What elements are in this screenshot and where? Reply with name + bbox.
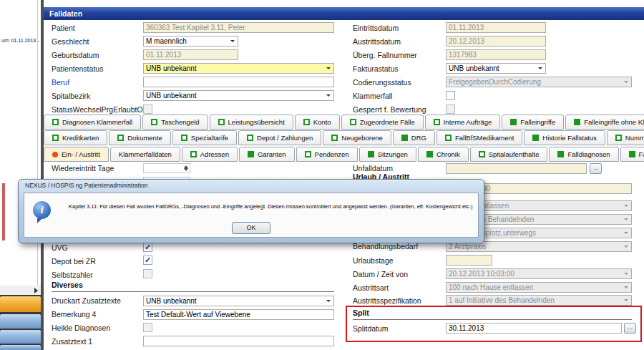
uvg-checkbox[interactable] xyxy=(143,243,152,252)
gesperrt-checkbox xyxy=(446,104,455,114)
heikle-label: Heikle Diagnosen xyxy=(52,324,110,332)
fallnummer-field: 1317983 xyxy=(446,49,546,60)
urlaubstage-field xyxy=(446,255,492,266)
tab-chronik[interactable]: Chronik xyxy=(418,147,469,162)
patientenstatus-label: Patientenstatus xyxy=(52,64,103,73)
tab-label: Spitalaufenthalte xyxy=(489,150,540,158)
tab-drg[interactable]: DRG xyxy=(393,130,435,145)
tab-label: Pendenzen xyxy=(315,150,349,158)
tab-interne-auftr-ge[interactable]: Interne Aufträge xyxy=(425,115,501,130)
spin-down-icon[interactable] xyxy=(184,168,188,171)
square-outline-icon xyxy=(303,119,310,125)
tab-label: Leistungsübersicht xyxy=(228,118,285,126)
austrittsspezifikation-dropdown: 1 auf Initiative des Behandelnden xyxy=(446,295,632,306)
tab-sitzungen[interactable]: Sitzungen xyxy=(359,147,416,162)
zusatztext1-field[interactable] xyxy=(143,336,334,346)
tab-falldiagnosen[interactable]: Falldiagnosen xyxy=(549,147,618,162)
square-outline-icon xyxy=(151,119,157,125)
tab-label: NummerExternesSys xyxy=(625,134,644,142)
square-outline-icon xyxy=(52,119,59,125)
wiedereintritt-spinner[interactable] xyxy=(143,163,190,173)
info-icon-tail xyxy=(37,218,42,223)
druckart-label: Druckart Zusatztexte xyxy=(52,296,121,305)
square-outline-icon xyxy=(445,135,452,141)
zusatztext1-label: Zusatztext 1 xyxy=(52,337,92,346)
tab-label: Taschengeld xyxy=(161,118,199,126)
square-outline-icon xyxy=(190,151,197,157)
square-outline-icon xyxy=(218,119,225,125)
tab-row-1: Diagnosen KlammerfallTaschengeldLeistung… xyxy=(44,114,644,130)
splitdatum-field[interactable]: 30.11.2013 xyxy=(446,323,622,334)
tab-row-3: Ein- / AustrittKlammerfalldatenAdressenG… xyxy=(44,145,644,162)
backdrop-red-bar xyxy=(2,183,5,240)
klammerfall-label: Klammerfall xyxy=(353,92,392,100)
druckart-dropdown[interactable]: UNB unbekannt xyxy=(143,296,334,306)
tab-leistungs-bersicht[interactable]: Leistungsübersicht xyxy=(210,115,293,130)
square-outline-icon xyxy=(434,119,440,125)
square-outline-icon xyxy=(305,151,311,157)
tab-falleingriffe[interactable]: Falleingriffe xyxy=(502,115,564,130)
tab-klammerfalldaten[interactable]: Klammerfalldaten xyxy=(110,147,180,162)
square-outline-icon xyxy=(52,135,59,141)
fakturastatus-dropdown[interactable]: UNB unbekannt xyxy=(446,63,546,74)
geburtsdatum-label: Geburtsdatum xyxy=(52,51,99,59)
backdrop-expander-row[interactable] xyxy=(0,286,41,295)
beruf-label[interactable]: Beruf xyxy=(52,78,69,87)
depot-zr-checkbox[interactable] xyxy=(143,256,152,265)
tab-label: Garanten xyxy=(258,150,286,158)
uvg-label: UVG xyxy=(52,243,68,252)
tab-label: Adressen xyxy=(200,150,229,158)
klammerfall-checkbox[interactable] xyxy=(446,91,455,100)
tab-fallbfsmedikament[interactable]: FallBfSMedikament xyxy=(436,130,522,145)
backdrop-list-row-orange[interactable] xyxy=(0,296,41,312)
tab-depot-zahlungen[interactable]: Depot / Zahlungen xyxy=(238,130,321,145)
tab-falleingriffe-ohne-klammer[interactable]: Falleingriffe ohne Klammer xyxy=(565,115,644,130)
codierungsstatus-label: Codierungsstatus xyxy=(353,78,411,87)
geschlecht-label: Geschlecht xyxy=(52,37,89,46)
message-dialog: NEXUS / HOSPIS ng Patientenadministratio… xyxy=(18,179,484,243)
tab-label: Klammerfalldaten xyxy=(119,150,172,158)
selbstzahler-checkbox xyxy=(143,269,152,278)
bemerkung4-field[interactable]: Test Default-Wert auf Viewebene xyxy=(143,309,334,320)
eintrittsdatum-field: 01.11.2013 xyxy=(446,22,546,33)
tab-taschengeld[interactable]: Taschengeld xyxy=(142,115,208,130)
tab-ein-austritt[interactable]: Ein- / Austritt xyxy=(44,147,109,162)
tab-dokumente[interactable]: Dokumente xyxy=(109,130,171,145)
datum-zeit-von-dropdown: 20.12.2013 10:03:00 xyxy=(446,268,632,279)
tab-spezialtarife[interactable]: Spezialtarife xyxy=(172,130,237,145)
square-filled-icon xyxy=(426,151,433,157)
backdrop-list-row-blue-2[interactable] xyxy=(0,330,41,344)
geschlecht-dropdown[interactable]: M maennlich xyxy=(143,36,238,47)
dot-red-icon xyxy=(52,152,58,157)
ok-button[interactable]: OK xyxy=(232,222,270,234)
dialog-title: NEXUS / HOSPIS ng Patientenadministratio… xyxy=(25,182,148,189)
backdrop-list-row-blue-3[interactable] xyxy=(0,345,41,350)
depot-zr-label: Depot bei ZR xyxy=(52,257,96,266)
spitalbezirk-dropdown[interactable]: UNB unbekannt xyxy=(143,90,334,101)
patientenstatus-dropdown[interactable]: UNB unbekannt xyxy=(143,63,334,74)
panel-title: Falldaten xyxy=(49,9,82,18)
tab-nummerexternessys[interactable]: NummerExternesSys xyxy=(607,130,644,145)
tab-label: Falldiagnosen ohne Klam xyxy=(639,150,644,158)
tab-konto[interactable]: Konto xyxy=(295,115,340,130)
beruf-field[interactable] xyxy=(143,77,334,87)
eintrittsdatum-label: Eintrittsdatum xyxy=(353,24,399,32)
tab-label: Interne Aufträge xyxy=(444,118,492,126)
tab-pendenzen[interactable]: Pendenzen xyxy=(296,147,358,162)
fallnummer-label: Überg. Fallnummer xyxy=(353,51,417,59)
tab-neugeborene[interactable]: Neugeborene xyxy=(323,130,391,145)
splitdatum-browse-button[interactable]: ... xyxy=(624,323,636,334)
tab-zugeordnete-f-lle[interactable]: Zugeordnete Fälle xyxy=(341,115,424,130)
tab-spitalaufenthalte[interactable]: Spitalaufenthalte xyxy=(470,147,548,162)
spitalbezirk-label: Spitalbezirk xyxy=(52,92,90,100)
tab-garanten[interactable]: Garanten xyxy=(239,147,295,162)
tab-label: Spezialtarife xyxy=(191,134,228,142)
tab-adressen[interactable]: Adressen xyxy=(182,147,238,162)
tab-falldiagnosen-ohne-klam[interactable]: Falldiagnosen ohne Klam xyxy=(620,147,644,162)
backdrop-list-row-blue-1[interactable] xyxy=(0,314,41,329)
tab-diagnosen-klammerfall[interactable]: Diagnosen Klammerfall xyxy=(44,115,141,130)
tab-historie-fallstatus[interactable]: Historie Fallstatus xyxy=(524,130,605,145)
tab-label: Depot / Zahlungen xyxy=(257,134,313,142)
tab-kreditkarten[interactable]: Kreditkarten xyxy=(44,130,107,145)
tab-label: DRG xyxy=(411,134,426,142)
